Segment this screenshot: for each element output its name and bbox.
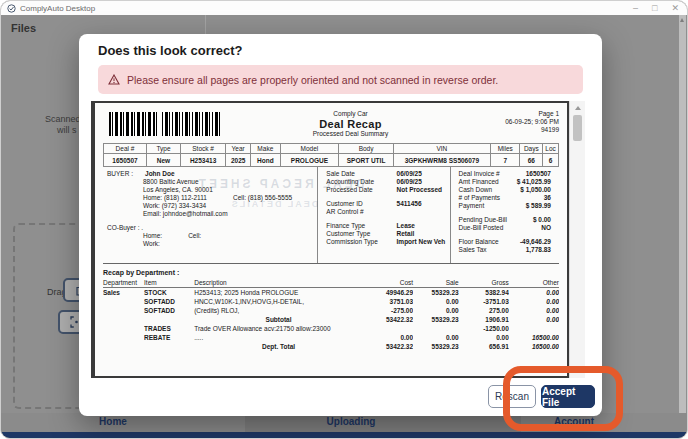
info-value: $ 589.99 — [526, 202, 551, 210]
info-label: Processed Date — [326, 186, 396, 194]
deal-col-header: Miles — [491, 144, 520, 154]
recap-sale: 0.00 — [413, 333, 459, 342]
info-row: Floor Balance-49,646.29 — [459, 238, 551, 246]
recap-description: H253413; 2025 Honda PROLOGUE — [194, 288, 363, 298]
recap-item: SOFTADD — [144, 297, 194, 306]
recap-description: Trade OVER Allowance acv:21750 allow:230… — [194, 324, 363, 333]
scanned-line-2: will s — [57, 125, 81, 136]
recap-cost: 3751.03 — [363, 297, 413, 306]
app-window: ComplyAuto Desktop – □ ✕ Files Scanned w… — [0, 0, 688, 439]
info-label: Finance Type — [326, 222, 396, 230]
recap-row: REBATE.....0.000.000.0016500.00 — [103, 333, 559, 342]
warning-banner: Please ensure all pages are properly ori… — [98, 65, 583, 94]
deal-cell: Hond — [251, 154, 280, 167]
info-row: Deal Invoice #1650507 — [459, 170, 551, 178]
buyer-work-phone: Work: (972) 334-3434 — [143, 202, 315, 210]
preview-scrollbar[interactable] — [569, 101, 585, 378]
info-row: Payment$ 589.99 — [459, 202, 551, 210]
info-label: Customer ID — [326, 200, 396, 208]
info-label: Pending Due-Bill — [459, 216, 507, 224]
info-label: # of Payments — [459, 194, 501, 202]
doc-company: Comply Car — [220, 110, 481, 118]
recap-item: REBATE — [144, 333, 194, 342]
deal-cell: 1650507 — [104, 154, 147, 167]
warning-text: Please ensure all pages are properly ori… — [127, 74, 498, 86]
cobuyer-cell: Cell: — [188, 232, 201, 240]
buyer-address1: 8800 Baltic Avenue — [143, 178, 315, 186]
recap-row: Dept. Total53422.3255329.23656.9116500.0… — [103, 342, 559, 351]
doc-page-info: Page 1 06-09-25; 9:06 PM 94199 — [481, 110, 559, 138]
window-controls: – □ ✕ — [633, 2, 679, 14]
tab-home[interactable]: Home — [83, 416, 143, 427]
recap-cost: 0.00 — [363, 333, 413, 342]
info-value: Retail — [397, 230, 415, 238]
recap-item: TRADES — [144, 324, 194, 333]
info-row: Sales Tax1,778.83 — [459, 246, 551, 254]
info-value: NO — [541, 224, 551, 232]
close-icon[interactable]: ✕ — [671, 2, 679, 14]
recap-dept — [103, 315, 144, 324]
recap-sale: 0.00 — [413, 297, 459, 306]
info-value: 06/09/25 — [397, 170, 422, 178]
doc-title-block: Comply Car Deal Recap Processed Deal Sum… — [220, 110, 481, 138]
accept-file-button[interactable]: Accept File — [541, 385, 595, 408]
tab-account[interactable]: Account — [544, 416, 604, 427]
bottom-accent-strip — [1, 432, 687, 439]
deal-col-header: Body — [339, 144, 393, 154]
info-value: 5411456 — [397, 200, 422, 208]
doc-number: 94199 — [481, 126, 559, 134]
scroll-down-icon[interactable] — [575, 369, 581, 373]
deal-info-section: BUYER : John Doe 8800 Baltic Avenue Los … — [103, 167, 559, 264]
recap-row: SOFTADD(Credits) RLOJ,-275.000.00275.000… — [103, 306, 559, 315]
recap-col-header: Sale — [413, 279, 459, 288]
info-value: Not Processed — [397, 186, 443, 194]
info-label: Sales Tax — [459, 246, 487, 254]
recap-table: DepartmentItemDescriptionCostSaleGrossOt… — [103, 279, 559, 351]
info-row: Due-Bill PostedNO — [459, 224, 551, 232]
deal-col-header: Loc — [543, 144, 559, 154]
scanned-info-text: Scanned will s — [45, 114, 81, 136]
recap-sale — [413, 324, 459, 333]
recap-item — [144, 315, 194, 324]
rescan-button[interactable]: Rescan — [488, 385, 536, 408]
deal-col-header: Stock # — [180, 144, 225, 154]
recap-sale: 55329.23 — [413, 288, 459, 298]
recap-dept — [103, 342, 144, 351]
doc-header: Comply Car Deal Recap Processed Deal Sum… — [95, 103, 567, 138]
info-label: Customer Type — [326, 230, 396, 238]
maximize-icon[interactable]: □ — [652, 2, 657, 14]
tab-uploading[interactable]: Uploading — [316, 416, 386, 427]
deal-col-header: Model — [280, 144, 339, 154]
info-label: Amt Financed — [459, 178, 499, 186]
scrollbar-thumb[interactable] — [573, 115, 582, 141]
recap-cost: 49946.29 — [363, 288, 413, 298]
info-value: 1,778.83 — [526, 246, 551, 254]
scanned-page: DEAL RECAP SHEET DEAL DETAILS Comply Car… — [91, 101, 569, 378]
minimize-icon[interactable]: – — [633, 2, 638, 14]
buyer-home-phone: Home: (818) 112-2111 — [143, 194, 207, 202]
recap-gross: -1250.00 — [459, 324, 509, 333]
recap-row: SOFTADDHNCC,W10K-1,INV,HOVG,H-DETAIL,375… — [103, 297, 559, 306]
recap-description: ..... — [194, 333, 363, 342]
recap-row: Subtotal53422.3255329.231906.910.00 — [103, 315, 559, 324]
recap-gross: 275.00 — [459, 306, 509, 315]
recap-cost: -275.00 — [363, 306, 413, 315]
background-scrollbar[interactable] — [679, 15, 686, 413]
info-label: Floor Balance — [459, 238, 499, 246]
scroll-up-icon[interactable] — [575, 106, 581, 110]
recap-row: SalesSTOCKH253413; 2025 Honda PROLOGUE49… — [103, 288, 559, 298]
deal-cell: New — [147, 154, 181, 167]
recap-item: SOFTADD — [144, 306, 194, 315]
recap-col-header: Gross — [459, 279, 509, 288]
recap-gross: 0.00 — [459, 333, 509, 342]
recap-col-header: Cost — [363, 279, 413, 288]
deal-summary-table: Deal #TypeStock #YearMakeModelBodyVINMil… — [103, 143, 559, 167]
scroll-up-icon — [680, 18, 684, 22]
recap-gross: 5382.94 — [459, 288, 509, 298]
recap-dept — [103, 297, 144, 306]
recap-cost — [363, 324, 413, 333]
deal-cell: PROLOGUE — [280, 154, 339, 167]
recap-other: 0.00 — [509, 297, 559, 306]
doc-page-number: Page 1 — [481, 110, 559, 118]
recap-item: STOCK — [144, 288, 194, 298]
